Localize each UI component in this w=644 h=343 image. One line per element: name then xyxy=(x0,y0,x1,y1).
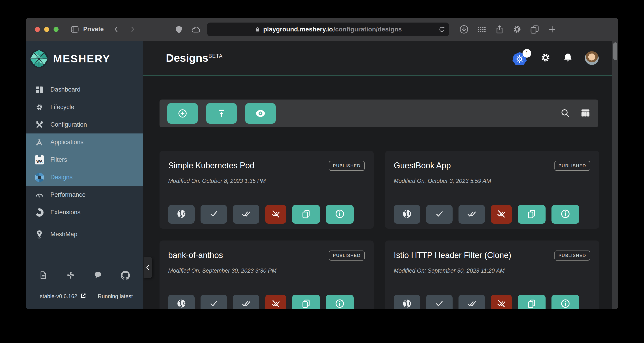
sidebar-item-lifecycle[interactable]: Lifecycle xyxy=(26,98,143,116)
chat-icon[interactable] xyxy=(94,271,102,281)
browser-settings-gear-icon[interactable] xyxy=(512,25,522,34)
validate-button[interactable] xyxy=(426,295,452,309)
deploy-button[interactable] xyxy=(458,295,485,309)
docs-icon[interactable] xyxy=(39,271,48,281)
info-icon xyxy=(560,209,570,220)
user-avatar[interactable] xyxy=(585,51,599,65)
clone-button[interactable] xyxy=(518,295,546,309)
undeploy-button[interactable] xyxy=(265,205,286,224)
forward-icon[interactable] xyxy=(129,26,136,33)
crossed-double-check-icon xyxy=(496,299,506,309)
close-window-button[interactable] xyxy=(35,27,40,32)
status-badge: PUBLISHED xyxy=(329,251,364,261)
sidebar-item-configuration[interactable]: Configuration xyxy=(26,116,143,133)
crossed-double-check-icon xyxy=(496,209,506,220)
design-card[interactable]: bank-of-anthos PUBLISHED Modified On: Se… xyxy=(160,241,374,309)
sidebar-item-applications[interactable]: Applications xyxy=(26,133,143,151)
kubernetes-context-button[interactable]: 1 xyxy=(512,51,528,65)
info-button[interactable] xyxy=(326,205,354,224)
tab-overview-icon[interactable] xyxy=(530,24,540,34)
publish-button[interactable] xyxy=(394,295,420,309)
browser-toolbar: Private playground.meshery.io/configurat… xyxy=(26,18,618,41)
publish-button[interactable] xyxy=(168,295,194,309)
undeploy-button[interactable] xyxy=(491,205,512,224)
validate-button[interactable] xyxy=(200,295,227,309)
sidebar-item-designs[interactable]: Designs xyxy=(26,169,143,186)
preview-design-button[interactable] xyxy=(245,103,276,124)
check-icon xyxy=(434,209,444,220)
crossed-wrenches-icon xyxy=(35,120,44,129)
page-title: DesignsBETA xyxy=(166,52,223,64)
sidebar-item-dashboard[interactable]: Dashboard xyxy=(26,81,143,98)
cloud-icon[interactable] xyxy=(191,24,201,34)
upload-design-button[interactable] xyxy=(206,103,237,124)
scrollbar-track[interactable] xyxy=(612,41,618,309)
address-bar[interactable]: playground.meshery.io/configuration/desi… xyxy=(207,22,449,36)
notifications-bell-icon[interactable] xyxy=(563,52,573,64)
info-button[interactable] xyxy=(552,205,579,224)
chevron-left-icon xyxy=(144,264,151,271)
search-icon[interactable] xyxy=(560,108,570,119)
design-card-grid: Simple Kubernetes Pod PUBLISHED Modified… xyxy=(160,151,605,309)
create-design-button[interactable] xyxy=(167,103,198,124)
slack-icon[interactable] xyxy=(66,271,75,281)
info-button[interactable] xyxy=(326,295,354,309)
share-icon[interactable] xyxy=(495,24,504,34)
github-icon[interactable] xyxy=(121,271,130,281)
undeploy-button[interactable] xyxy=(491,295,512,309)
sidebar-toggle-icon[interactable] xyxy=(70,25,79,34)
settings-gear-icon[interactable] xyxy=(540,52,551,64)
sidebar: MESHERY Dashboard Lifecycle Configuratio… xyxy=(26,41,143,309)
design-title: Simple Kubernetes Pod xyxy=(168,161,254,170)
sidebar-collapse-button[interactable] xyxy=(144,257,152,278)
meshery-logo-icon xyxy=(29,49,49,69)
reload-icon[interactable] xyxy=(438,26,446,33)
sidebar-item-extensions[interactable]: Extensions xyxy=(26,204,143,221)
double-check-icon xyxy=(467,209,477,220)
design-card[interactable]: GuestBook App PUBLISHED Modified On: Oct… xyxy=(385,151,599,229)
back-icon[interactable] xyxy=(113,26,120,33)
design-card[interactable]: Simple Kubernetes Pod PUBLISHED Modified… xyxy=(160,151,374,229)
main-content: DesignsBETA 1 xyxy=(143,41,618,309)
deploy-button[interactable] xyxy=(233,205,259,224)
info-icon xyxy=(335,209,345,220)
sidebar-item-meshmap[interactable]: MeshMap xyxy=(26,221,143,247)
external-link-icon[interactable] xyxy=(80,293,86,300)
clone-button[interactable] xyxy=(292,205,320,224)
table-view-icon[interactable] xyxy=(580,108,590,119)
design-title: bank-of-anthos xyxy=(168,251,223,260)
double-check-icon xyxy=(241,299,251,309)
clone-button[interactable] xyxy=(518,205,546,224)
validate-button[interactable] xyxy=(426,205,452,224)
zoom-window-button[interactable] xyxy=(54,27,58,32)
new-tab-icon[interactable] xyxy=(548,25,557,34)
shield-icon[interactable] xyxy=(175,25,183,33)
scrollbar-thumb[interactable] xyxy=(613,42,617,60)
page-header: DesignsBETA 1 xyxy=(143,41,612,76)
deploy-button[interactable] xyxy=(458,205,485,224)
design-card[interactable]: Istio HTTP Header Filter (Clone) PUBLISH… xyxy=(385,241,599,309)
update-status-label: Running latest xyxy=(98,293,133,300)
info-button[interactable] xyxy=(552,295,579,309)
sidebar-divider xyxy=(26,247,143,247)
validate-button[interactable] xyxy=(200,205,227,224)
speedometer-icon xyxy=(35,190,44,200)
downloads-icon[interactable] xyxy=(459,24,469,34)
deploy-button[interactable] xyxy=(233,295,259,309)
clone-button[interactable] xyxy=(292,295,320,309)
designs-content: Simple Kubernetes Pod PUBLISHED Modified… xyxy=(143,76,618,309)
beta-badge: BETA xyxy=(208,53,223,59)
undeploy-button[interactable] xyxy=(265,295,286,309)
minimize-window-button[interactable] xyxy=(44,27,49,32)
sidebar-item-performance[interactable]: Performance xyxy=(26,186,143,204)
globe-icon xyxy=(176,299,186,309)
modified-date: Modified On: October 3, 2023 5:59 AM xyxy=(394,178,590,184)
publish-button[interactable] xyxy=(394,205,420,224)
brand-logo[interactable]: MESHERY xyxy=(26,41,143,76)
lock-icon xyxy=(254,26,260,32)
sidebar-item-filters[interactable]: WA Filters xyxy=(26,151,143,169)
globe-icon xyxy=(176,209,186,220)
publish-button[interactable] xyxy=(168,205,194,224)
extensions-grid-icon[interactable] xyxy=(477,24,486,34)
copy-icon xyxy=(301,209,311,220)
